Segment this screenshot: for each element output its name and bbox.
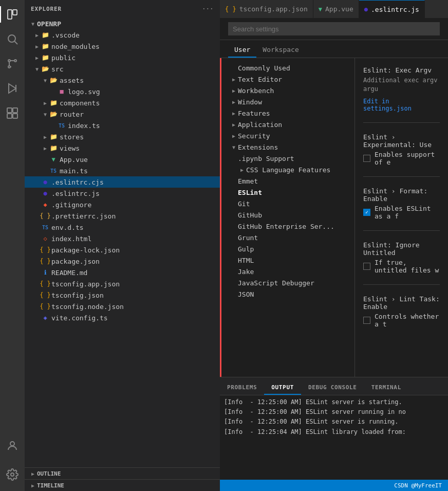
tree-item-index-ts[interactable]: ▶ TS index.ts: [25, 120, 220, 131]
stree-label-js-debugger: JavaScript Debugger: [238, 279, 314, 287]
tab-label-app-vue: App.vue: [325, 5, 353, 13]
tab-tsconfig[interactable]: { } tsconfig.app.json: [220, 0, 313, 18]
tree-item-assets[interactable]: ▼ 📂 assets: [25, 75, 220, 86]
svg-point-5: [14, 60, 16, 62]
stree-github-enterprise[interactable]: GitHub Enterprise Ser...: [221, 221, 354, 232]
svg-rect-10: [13, 108, 17, 113]
tree-arrow-node-modules: ▶: [33, 42, 41, 50]
stree-label-window: Window: [238, 98, 262, 106]
stree-label-features: Features: [238, 110, 270, 117]
svg-point-4: [8, 60, 10, 62]
tree-item-src[interactable]: ▼ 📂 src: [25, 63, 220, 75]
source-control-activity-icon[interactable]: [0, 51, 25, 76]
stree-text-editor[interactable]: ▶ Text Editor: [221, 74, 354, 85]
stree-eslint[interactable]: ESLint: [221, 187, 354, 198]
setting-checkbox-label-format: Enables ESLint as a f: [375, 205, 440, 220]
setting-checkbox-experimental[interactable]: [363, 155, 370, 162]
tree-item-tsconfig-json[interactable]: ▶ { } tsconfig.json: [25, 289, 220, 301]
tree-label-prettierrc: .prettierrc.json: [51, 212, 116, 220]
status-bar: CSDN @MyFreeIT: [220, 480, 448, 491]
stree-ipynb[interactable]: .ipynb Support: [221, 153, 354, 164]
panel-tab-output[interactable]: OUTPUT: [264, 381, 301, 395]
tree-item-components[interactable]: ▶ 📁 components: [25, 97, 220, 108]
tree-item-eslintrc-cjs[interactable]: ▶ ● .eslintrc.cjs: [25, 176, 220, 188]
stree-css-lang[interactable]: ▶ CSS Language Features: [221, 164, 354, 175]
stree-git[interactable]: Git: [221, 198, 354, 209]
run-activity-icon[interactable]: [0, 76, 25, 101]
svg-rect-1: [13, 10, 17, 15]
settings-activity-icon[interactable]: [0, 462, 25, 487]
stree-security[interactable]: ▶ Security: [221, 130, 354, 141]
folder-icon-assets: 📂: [49, 76, 58, 84]
tree-item-vscode[interactable]: ▶ 📁 .vscode: [25, 29, 220, 41]
setting-checkbox-ignore[interactable]: [363, 263, 370, 270]
account-activity-icon[interactable]: [0, 433, 25, 458]
setting-link-exec-argv[interactable]: Edit in settings.json: [363, 98, 440, 112]
stree-window[interactable]: ▶ Window: [221, 96, 354, 107]
tree-item-node-modules[interactable]: ▶ 📁 node_modules: [25, 41, 220, 52]
setting-checkbox-format[interactable]: [363, 209, 370, 216]
tree-item-readme[interactable]: ▶ ℹ README.md: [25, 267, 220, 278]
tree-label-eslintrc-js: .eslintrc.js: [51, 190, 100, 197]
tree-item-package-lock[interactable]: ▶ { } package-lock.json: [25, 244, 220, 256]
stree-commonly-used[interactable]: ▶ Commonly Used: [221, 62, 354, 74]
tab-workspace[interactable]: Workspace: [256, 43, 305, 58]
tree-item-main-ts[interactable]: ▶ TS main.ts: [25, 165, 220, 176]
file-icon-index-ts: TS: [58, 121, 66, 130]
stree-arrow-css-lang: ▶: [238, 167, 246, 173]
extensions-activity-icon[interactable]: [0, 101, 25, 125]
more-actions-icon[interactable]: ···: [202, 6, 214, 12]
file-icon-package-json: { }: [41, 257, 49, 265]
folder-icon-stores: 📁: [49, 133, 58, 141]
file-icon-prettierrc: { }: [41, 212, 49, 220]
stree-gulp[interactable]: Gulp: [221, 243, 354, 254]
tree-item-tsconfig-node[interactable]: ▶ { } tsconfig.node.json: [25, 301, 220, 312]
stree-grunt[interactable]: Grunt: [221, 232, 354, 243]
stree-jake[interactable]: Jake: [221, 266, 354, 277]
search-activity-icon[interactable]: [0, 27, 25, 51]
stree-github[interactable]: GitHub: [221, 209, 354, 221]
tab-eslintrc[interactable]: ● .eslintrc.js: [359, 0, 425, 18]
tab-app-vue[interactable]: ▼ App.vue: [313, 0, 359, 18]
stree-html[interactable]: HTML: [221, 254, 354, 266]
stree-application[interactable]: ▶ Application: [221, 119, 354, 130]
file-icon-eslintrc-js: ●: [41, 189, 49, 197]
tree-item-eslintrc-js[interactable]: ▶ ● .eslintrc.js: [25, 188, 220, 199]
stree-js-debugger[interactable]: JavaScript Debugger: [221, 277, 354, 288]
stree-json[interactable]: JSON: [221, 288, 354, 300]
settings-tree: ▶ Commonly Used ▶ Text Editor ▶ Workbenc…: [221, 58, 355, 377]
panel-tab-problems[interactable]: PROBLEMS: [220, 381, 264, 395]
setting-checkbox-lint[interactable]: [363, 317, 370, 324]
tree-item-vite-config[interactable]: ▶ ◈ vite.config.ts: [25, 312, 220, 323]
tree-item-env-dts[interactable]: ▶ TS env.d.ts: [25, 222, 220, 233]
tab-user[interactable]: User: [228, 43, 256, 58]
tree-item-public[interactable]: ▶ 📁 public: [25, 52, 220, 63]
panel-tab-terminal[interactable]: TERMINAL: [364, 381, 408, 395]
search-input[interactable]: [228, 22, 440, 35]
tree-root-openrp[interactable]: ▼ OPENRP: [25, 18, 220, 29]
tree-item-app-vue[interactable]: ▶ ▼ App.vue: [25, 154, 220, 165]
svg-point-2: [8, 35, 15, 42]
timeline-header[interactable]: ▶ TIMELINE: [25, 480, 220, 491]
folder-icon-vscode: 📁: [41, 31, 49, 39]
tree-label-tsconfig-node: tsconfig.node.json: [51, 303, 124, 311]
tree-item-package-json[interactable]: ▶ { } package.json: [25, 256, 220, 267]
tree-item-logo-svg[interactable]: ▶ ■ logo.svg: [25, 86, 220, 97]
tree-item-router[interactable]: ▼ 📂 router: [25, 108, 220, 120]
stree-workbench[interactable]: ▶ Workbench: [221, 85, 354, 96]
tree-item-gitignore[interactable]: ▶ ◆ .gitignore: [25, 199, 220, 210]
tree-item-tsconfig-app[interactable]: ▶ { } tsconfig.app.json: [25, 278, 220, 289]
folder-icon-src: 📂: [41, 65, 49, 73]
panel-tab-debug-console[interactable]: DEBUG CONSOLE: [301, 381, 364, 395]
tree-item-views[interactable]: ▶ 📁 views: [25, 142, 220, 154]
tree-item-stores[interactable]: ▶ 📁 stores: [25, 131, 220, 142]
outline-header[interactable]: ▶ OUTLINE: [25, 468, 220, 479]
explorer-activity-icon[interactable]: [0, 2, 25, 27]
tree-item-prettierrc[interactable]: ▶ { } .prettierrc.json: [25, 210, 220, 222]
tree-item-index-html[interactable]: ▶ ◇ index.html: [25, 233, 220, 244]
setting-title-exec-argv: Eslint: Exec Argv: [363, 66, 440, 74]
stree-features[interactable]: ▶ Features: [221, 107, 354, 119]
stree-emmet[interactable]: Emmet: [221, 175, 354, 187]
stree-extensions[interactable]: ▼ Extensions: [221, 141, 354, 153]
stree-label-commonly: Commonly Used: [238, 64, 290, 72]
